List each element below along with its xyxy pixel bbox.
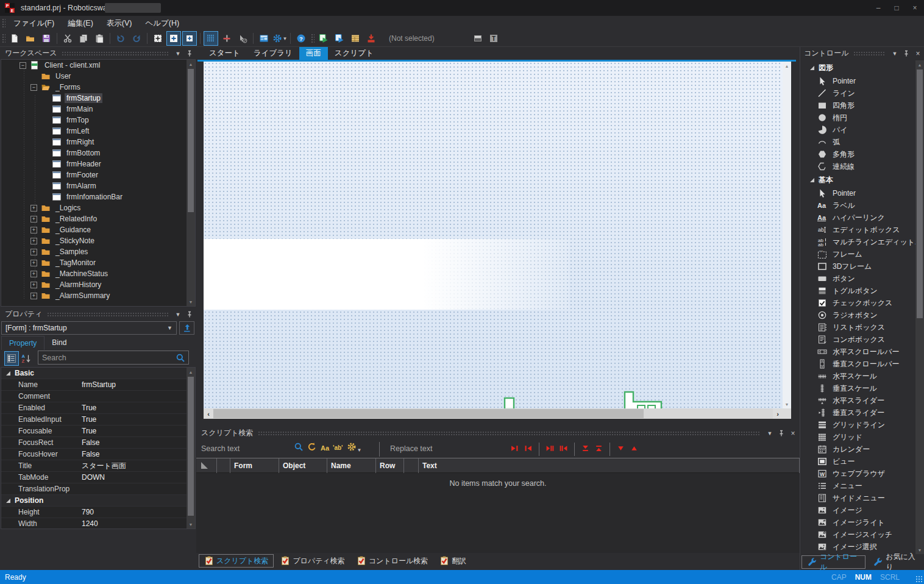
control-grid[interactable]: グリッド xyxy=(800,431,916,443)
control-multiline-editbox[interactable]: ababマルチラインエディットボッ... xyxy=(800,236,916,248)
control-view[interactable]: ビュー xyxy=(800,455,916,468)
prop-row-height[interactable]: Height790 xyxy=(1,507,187,518)
tree-item-relatedinfo[interactable]: +_RelatedInfo xyxy=(1,213,195,224)
search-options-button[interactable]: ▼ xyxy=(347,442,362,454)
results-column-row[interactable]: Row xyxy=(376,458,404,473)
control-polyline[interactable]: 連続線 xyxy=(800,160,916,173)
tab-script-search[interactable]: スクリプト検索 xyxy=(199,554,274,568)
prop-row-title[interactable]: Titleスタート画面 xyxy=(1,460,187,472)
control-sidemenu[interactable]: サイドメニュー xyxy=(800,492,916,504)
tree-item-frmright[interactable]: frmRight xyxy=(1,137,195,148)
tree-item-frmmain[interactable]: frmMain xyxy=(1,104,195,115)
scroll-up-icon[interactable]: ▲ xyxy=(783,62,791,70)
tree-expander-icon[interactable]: + xyxy=(30,216,37,223)
prop-category-position[interactable]: Position xyxy=(1,495,187,507)
disable-select-button[interactable] xyxy=(235,31,250,46)
tree-scrollbar[interactable]: ▲ ▼ xyxy=(187,60,195,306)
prop-row-focusable[interactable]: FocusableTrue xyxy=(1,426,187,437)
control-hscale[interactable]: 水平スケール xyxy=(800,370,916,382)
control-listbox[interactable]: リストボックス xyxy=(800,321,916,333)
tab-start[interactable]: スタート xyxy=(202,47,247,60)
results-column-blank[interactable] xyxy=(196,458,217,473)
tab-script[interactable]: スクリプト xyxy=(328,47,380,60)
tree-expander-icon[interactable]: + xyxy=(30,205,37,212)
tree-item-frmleft[interactable]: frmLeft xyxy=(1,126,195,137)
open-project-button[interactable] xyxy=(23,31,38,46)
control-pointer-basic[interactable]: Pointer xyxy=(800,187,916,199)
tree-expander-icon[interactable]: + xyxy=(30,227,37,233)
tree-item-frmfooter[interactable]: frmFooter xyxy=(1,169,195,180)
redo-button[interactable] xyxy=(129,31,144,46)
script-search-input[interactable] xyxy=(201,443,290,455)
tab-translate[interactable]: 翻訳 xyxy=(435,554,471,568)
results-column-blank[interactable] xyxy=(404,458,419,473)
control-arc[interactable]: 弧 xyxy=(800,136,916,148)
scroll-up-icon[interactable]: ▲ xyxy=(187,60,195,68)
search-prev-button[interactable] xyxy=(524,444,532,454)
canvas-horizontal-scrollbar[interactable]: ‹ › xyxy=(204,408,783,419)
refresh-button[interactable] xyxy=(307,442,317,454)
controls-menu-chevron-icon[interactable]: ▼ xyxy=(890,49,900,59)
prop-row-width[interactable]: Width1240 xyxy=(1,518,187,529)
tree-item-alarmhistory[interactable]: +_AlarmHistory xyxy=(1,279,195,290)
match-case-button[interactable]: Aa xyxy=(321,444,329,452)
tree-item-frmalarm[interactable]: frmAlarm xyxy=(1,180,195,191)
scroll-left-icon[interactable]: ‹ xyxy=(204,408,213,419)
import-button[interactable] xyxy=(364,31,378,46)
scroll-down-icon[interactable]: ▼ xyxy=(187,297,195,306)
paste-button[interactable] xyxy=(92,31,107,46)
control-checkbox[interactable]: チェックボックス xyxy=(800,297,916,309)
prop-row-comment[interactable]: Comment xyxy=(1,391,187,402)
control-label[interactable]: Aaラベル xyxy=(800,199,916,212)
tab-favorites[interactable]: お気に入り xyxy=(868,555,924,569)
settings-gear-button[interactable]: ▼ xyxy=(272,31,287,46)
prop-row-focushover[interactable]: FocusHoverFalse xyxy=(1,449,187,460)
tree-item-tagmonitor[interactable]: +_TagMonitor xyxy=(1,257,195,268)
control-button[interactable]: ボタン xyxy=(800,272,916,285)
control-vslider[interactable]: 垂直スライダー xyxy=(800,407,916,419)
tree-item-alarmsummary[interactable]: +_AlarmSummary xyxy=(1,290,195,301)
script-search-pin-icon[interactable] xyxy=(777,429,786,438)
script-search-go-button[interactable] xyxy=(294,442,304,454)
control-imageselect[interactable]: イメージ選択 xyxy=(800,541,916,553)
tree-expander-icon[interactable]: + xyxy=(30,249,37,255)
menu-help[interactable]: ヘルプ(H) xyxy=(138,16,186,30)
whole-word-button[interactable]: 'ab' xyxy=(333,444,343,451)
prop-category-basic[interactable]: Basic xyxy=(1,368,187,379)
maximize-button[interactable]: □ xyxy=(887,0,906,16)
scroll-up-icon[interactable]: ▲ xyxy=(915,60,924,69)
control-hyperlink[interactable]: Aaハイパーリンク xyxy=(800,212,916,224)
workspace-pin-icon[interactable] xyxy=(185,49,194,59)
add-control-small-button[interactable] xyxy=(182,31,197,46)
canvas-hscroll-thumb[interactable] xyxy=(213,409,644,418)
tab-property[interactable]: Property xyxy=(1,336,44,350)
search-prev-all-button[interactable] xyxy=(560,444,567,454)
section-basic[interactable]: 基本 xyxy=(800,173,916,187)
control-line[interactable]: ライン xyxy=(800,87,916,99)
run-form-alt-button[interactable] xyxy=(332,31,347,46)
tree-item-forms[interactable]: −_Forms xyxy=(1,82,195,93)
control-vscrollbar[interactable]: 垂直スクロールバー xyxy=(800,358,916,370)
snap-grid-button[interactable] xyxy=(204,31,218,46)
control-gridline[interactable]: グリッドライン xyxy=(800,419,916,431)
controls-scrollbar[interactable]: ▲ ▼ xyxy=(915,60,924,554)
search-icon[interactable] xyxy=(176,353,185,363)
prop-row-translationprop[interactable]: TranslationProp xyxy=(1,483,187,495)
tree-item-samples[interactable]: +_Samples xyxy=(1,246,195,257)
tree-item-frminfomationbar[interactable]: frmInfomationBar xyxy=(1,191,195,202)
control-webbrowser[interactable]: Wウェブブラウザ xyxy=(800,468,916,480)
results-column-text[interactable]: Text xyxy=(419,458,800,473)
scroll-up-icon[interactable]: ▲ xyxy=(187,368,195,376)
controls-pin-icon[interactable] xyxy=(901,49,911,59)
properties-menu-chevron-icon[interactable]: ▼ xyxy=(173,310,183,319)
control-combobox[interactable]: コンボボックス xyxy=(800,333,916,346)
prop-row-enabledinput[interactable]: EnabledInputTrue xyxy=(1,414,187,426)
property-scrollbar-thumb[interactable] xyxy=(188,377,194,516)
run-form-button[interactable] xyxy=(316,31,331,46)
tree-item-logics[interactable]: +_Logics xyxy=(1,202,195,213)
tree-expander-icon[interactable]: + xyxy=(30,293,37,299)
control-hscrollbar[interactable]: 水平スクロールバー xyxy=(800,346,916,358)
control-polygon[interactable]: 多角形 xyxy=(800,148,916,160)
bind-navigate-button[interactable] xyxy=(179,321,194,335)
copy-button[interactable] xyxy=(76,31,91,46)
